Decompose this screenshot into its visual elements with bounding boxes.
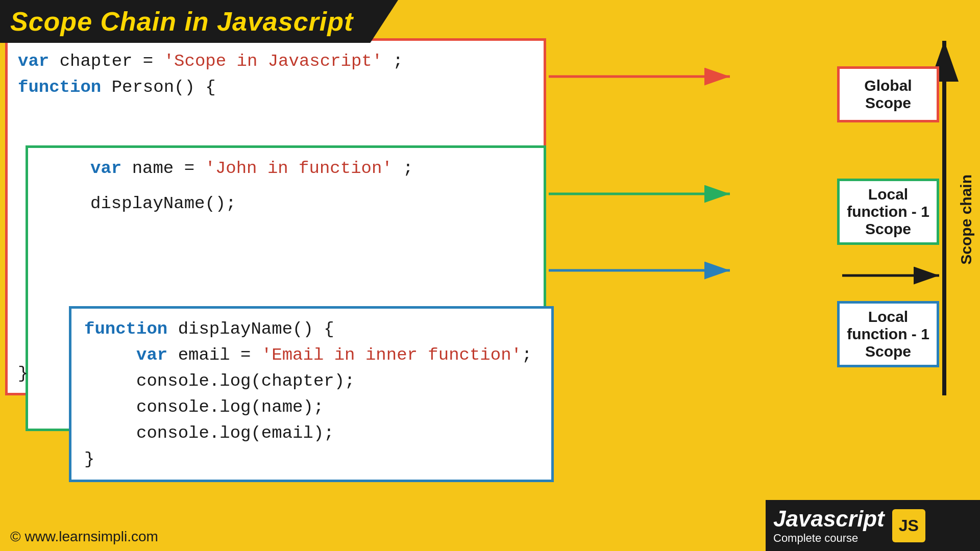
global-scope-row: GlobalScope: [837, 66, 939, 122]
local2-scope-row: Localfunction - 1Scope: [837, 301, 939, 367]
keyword-function: function: [84, 319, 167, 339]
code-line-close-inner: }: [84, 446, 538, 472]
page-title: Scope Chain in Javascript: [10, 7, 353, 36]
code-line-log1: console.log(chapter);: [84, 368, 538, 394]
copyright-text: © www.learnsimpli.com: [10, 529, 158, 544]
scope-container: GlobalScope Localfunction - 1Scope Local…: [801, 38, 975, 395]
scope-chain-label: Scope chain: [958, 174, 975, 265]
code-text: displayName() {: [178, 319, 334, 339]
local-scope-1-box: Localfunction - 1Scope: [837, 179, 939, 245]
code-line-2: function Person() {: [18, 74, 533, 101]
keyword-function: function: [18, 78, 101, 97]
footer-js-sub: Complete course: [773, 532, 885, 545]
code-text: ;: [522, 345, 532, 365]
code-text: ;: [403, 159, 413, 178]
indent: [84, 345, 126, 365]
string-value: 'John in function': [205, 159, 392, 178]
title-bar: Scope Chain in Javascript: [0, 0, 398, 43]
code-line-call: displayName();: [38, 191, 533, 217]
footer-js-title: Javascript: [773, 506, 885, 532]
footer-branding: Javascript Complete course JS: [766, 500, 980, 551]
footer-copyright: © www.learnsimpli.com: [10, 529, 158, 545]
inner-scope-panel: function displayName() { var email = 'Em…: [69, 306, 554, 482]
code-text: ;: [393, 52, 403, 71]
local1-scope-row: Localfunction - 1Scope: [837, 179, 939, 245]
code-line-display: function displayName() {: [84, 316, 538, 342]
code-text: displayName();: [90, 194, 236, 213]
code-text: console.log(email);: [136, 423, 334, 443]
global-scope-panel: var chapter = 'Scope in Javascript' ; fu…: [5, 38, 546, 395]
string-value: 'Scope in Javascript': [164, 52, 382, 71]
keyword-var: var: [90, 159, 121, 178]
code-line-close-outer: }: [18, 361, 28, 387]
code-line-log3: console.log(email);: [84, 420, 538, 446]
local-scope-2-box: Localfunction - 1Scope: [837, 301, 939, 367]
keyword-var: var: [18, 52, 49, 71]
code-line-name: var name = 'John in function' ;: [38, 156, 533, 182]
footer-text: Javascript Complete course: [773, 506, 885, 545]
indent: [84, 371, 126, 391]
code-line-email: var email = 'Email in inner function';: [84, 342, 538, 368]
code-text: console.log(chapter);: [136, 371, 355, 391]
indent: [38, 159, 80, 178]
keyword-var: var: [136, 345, 167, 365]
code-text: chapter =: [60, 52, 164, 71]
indent: [84, 423, 126, 443]
code-line-1: var chapter = 'Scope in Javascript' ;: [18, 48, 533, 74]
code-text: Person() {: [112, 78, 216, 97]
code-text: email =: [178, 345, 261, 365]
js-badge: JS: [892, 509, 925, 542]
code-line-log2: console.log(name);: [84, 394, 538, 420]
indent: [38, 194, 80, 213]
code-text: name =: [132, 159, 205, 178]
local-scope-panel: var name = 'John in function' ; function…: [26, 145, 546, 431]
global-scope-box: GlobalScope: [837, 66, 939, 122]
indent: [84, 397, 126, 417]
string-value: 'Email in inner function': [261, 345, 522, 365]
code-text: console.log(name);: [136, 397, 324, 417]
scope-chain-label-container: Scope chain: [954, 43, 977, 395]
